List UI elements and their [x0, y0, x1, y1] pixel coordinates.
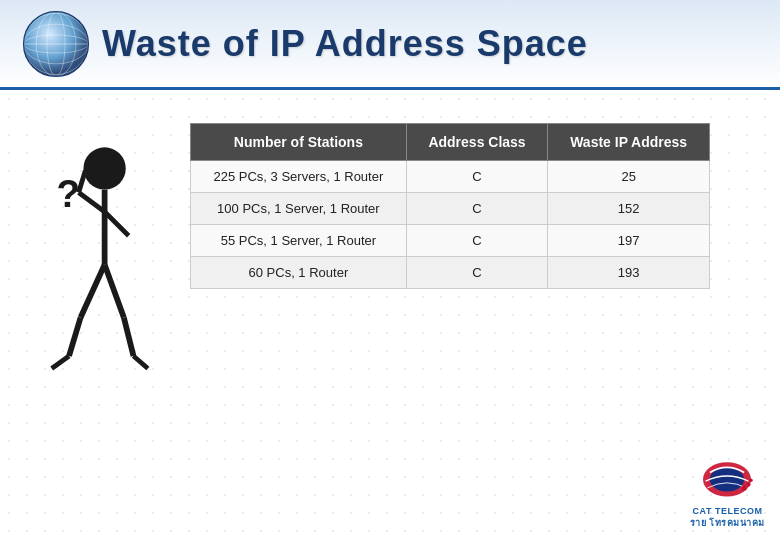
- page-title: Waste of IP Address Space: [102, 23, 588, 65]
- svg-point-22: [742, 485, 747, 490]
- cell-class: C: [406, 161, 548, 193]
- cat-logo-icon: [697, 454, 757, 504]
- cell-waste: 25: [548, 161, 710, 193]
- svg-point-23: [747, 482, 751, 486]
- svg-line-18: [52, 356, 69, 369]
- svg-line-13: [105, 212, 129, 236]
- svg-point-21: [710, 467, 744, 491]
- globe-icon: [20, 8, 92, 80]
- svg-text:?: ?: [57, 172, 81, 215]
- cell-class: C: [406, 225, 548, 257]
- cell-waste: 197: [548, 225, 710, 257]
- header: Waste of IP Address Space: [0, 0, 780, 90]
- data-table: Number of Stations Address Class Waste I…: [190, 123, 710, 289]
- cell-stations: 100 PCs, 1 Server, 1 Router: [191, 193, 407, 225]
- svg-line-15: [69, 318, 81, 356]
- col-header-stations: Number of Stations: [191, 124, 407, 161]
- table-row: 60 PCs, 1 RouterC193: [191, 257, 710, 289]
- table-row: 100 PCs, 1 Server, 1 RouterC152: [191, 193, 710, 225]
- col-header-class: Address Class: [406, 124, 548, 161]
- cell-waste: 152: [548, 193, 710, 225]
- cell-class: C: [406, 257, 548, 289]
- bottom-logo: CAT TELECOMราย โทรคมนาคม: [690, 454, 765, 530]
- cell-stations: 55 PCs, 1 Server, 1 Router: [191, 225, 407, 257]
- svg-point-8: [83, 147, 125, 189]
- stick-figure: ?: [30, 130, 160, 380]
- cell-waste: 193: [548, 257, 710, 289]
- svg-line-14: [81, 265, 105, 318]
- svg-line-16: [105, 265, 124, 318]
- svg-line-17: [124, 318, 134, 356]
- cell-stations: 60 PCs, 1 Router: [191, 257, 407, 289]
- cell-class: C: [406, 193, 548, 225]
- svg-point-24: [750, 479, 753, 482]
- svg-line-19: [133, 356, 147, 369]
- table-row: 55 PCs, 1 Server, 1 RouterC197: [191, 225, 710, 257]
- col-header-waste: Waste IP Address: [548, 124, 710, 161]
- svg-line-11: [79, 193, 105, 212]
- logo-text: CAT TELECOMราย โทรคมนาคม: [690, 506, 765, 530]
- cell-stations: 225 PCs, 3 Servers, 1 Router: [191, 161, 407, 193]
- table-row: 225 PCs, 3 Servers, 1 RouterC25: [191, 161, 710, 193]
